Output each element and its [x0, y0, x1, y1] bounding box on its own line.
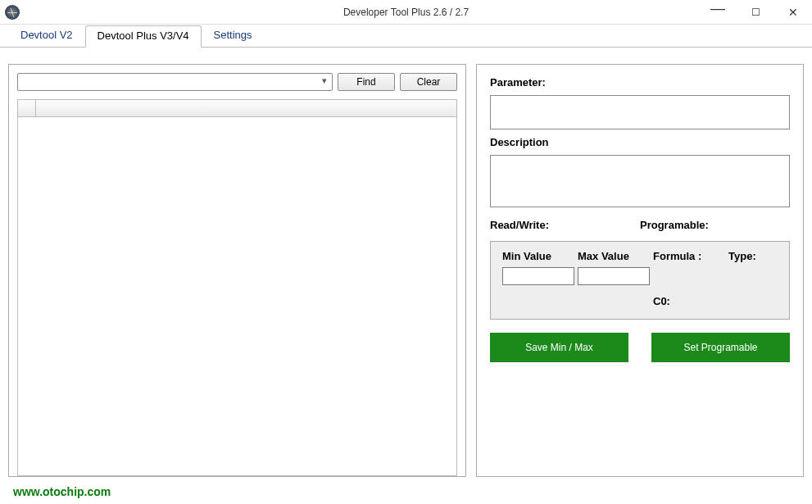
action-buttons-row: Save Min / Max Set Programable: [490, 333, 790, 362]
maximize-button[interactable]: ☐: [737, 0, 774, 25]
find-button[interactable]: Find: [338, 73, 395, 91]
max-value-label: Max Value: [578, 250, 653, 262]
readwrite-row: Read/Write: Programable:: [490, 219, 790, 231]
minimize-button[interactable]: —: [699, 0, 737, 21]
search-row: Find Clear: [17, 73, 457, 91]
clear-button[interactable]: Clear: [400, 73, 457, 91]
close-button[interactable]: ✕: [774, 0, 812, 25]
search-combobox[interactable]: [17, 73, 333, 91]
tab-settings[interactable]: Settings: [202, 25, 265, 47]
grid-header: [17, 99, 457, 117]
main-content: Find Clear Parameter: Description Read/W…: [0, 48, 812, 482]
tab-strip: Devtool V2 Devtool Plus V3/V4 Settings: [0, 25, 812, 48]
max-value-input[interactable]: [578, 267, 650, 285]
tab-devtool-v2[interactable]: Devtool V2: [8, 25, 85, 47]
footer-url: www.otochip.com: [0, 482, 812, 502]
c0-label: C0:: [653, 295, 778, 307]
formula-label: Formula :: [653, 250, 728, 262]
left-panel: Find Clear: [8, 64, 466, 477]
window-controls: — ☐ ✕: [699, 0, 812, 25]
readwrite-label: Read/Write:: [490, 219, 640, 231]
minmax-group: Min Value Max Value Formula : Type: C0:: [490, 241, 790, 320]
type-label: Type:: [728, 250, 778, 262]
min-value-label: Min Value: [502, 250, 578, 262]
description-label: Description: [490, 136, 790, 148]
app-icon: [5, 5, 20, 20]
title-bar: Developer Tool Plus 2.6 / 2.7 — ☐ ✕: [0, 0, 812, 25]
save-minmax-button[interactable]: Save Min / Max: [490, 333, 628, 362]
min-value-input[interactable]: [502, 267, 574, 285]
set-programable-button[interactable]: Set Programable: [651, 333, 790, 362]
window-title: Developer Tool Plus 2.6 / 2.7: [343, 7, 469, 18]
tab-devtool-plus-v3v4[interactable]: Devtool Plus V3/V4: [85, 25, 202, 48]
parameter-box[interactable]: [490, 95, 790, 129]
grid-body[interactable]: [17, 117, 457, 476]
parameter-label: Parameter:: [490, 76, 790, 89]
programable-label: Programable:: [640, 219, 790, 231]
description-box[interactable]: [490, 155, 790, 207]
right-panel: Parameter: Description Read/Write: Progr…: [476, 64, 804, 477]
grid-corner: [18, 100, 36, 116]
